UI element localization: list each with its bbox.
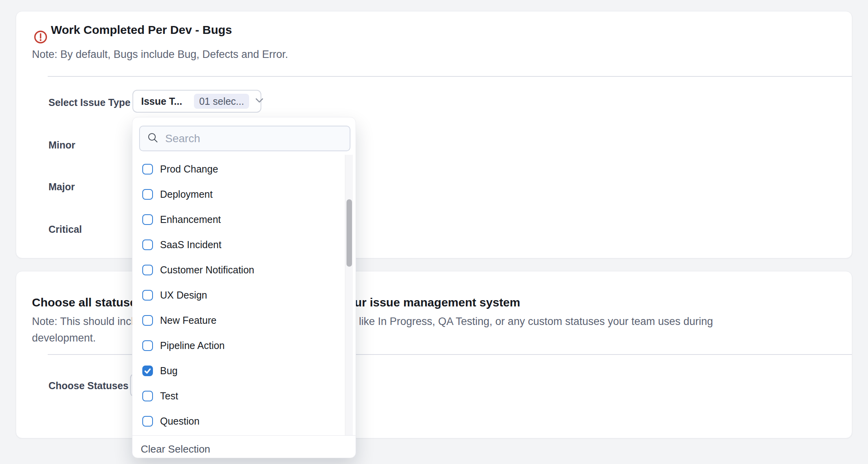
option-checkbox[interactable]: [142, 391, 153, 401]
list-scrollbar-track[interactable]: [345, 155, 353, 435]
option-label: Prod Change: [160, 163, 218, 175]
option-checkbox[interactable]: [142, 265, 153, 275]
choose-statuses-label: Choose Statuses: [48, 380, 129, 392]
option-label: SaaS Incident: [160, 239, 222, 251]
panel-footer-divider: [132, 435, 356, 436]
list-scrollbar-thumb[interactable]: [346, 199, 352, 267]
option-label: Enhancement: [160, 214, 221, 225]
issue-type-dropdown-panel: Prod Change Deployment Enhancement SaaS …: [132, 117, 356, 458]
issue-type-option[interactable]: Question: [132, 408, 346, 434]
option-checkbox[interactable]: [142, 239, 153, 250]
card2-note-line2: development.: [32, 332, 96, 344]
select-issue-type-label: Select Issue Type: [48, 97, 130, 108]
search-input[interactable]: [165, 132, 343, 145]
option-checkbox[interactable]: [142, 416, 153, 427]
card1-note: Note: By default, Bugs include Bug, Defe…: [32, 48, 288, 61]
option-label: Bug: [160, 365, 177, 377]
option-label: Question: [160, 416, 199, 427]
card1-title: Work Completed Per Dev - Bugs: [51, 23, 232, 37]
issue-type-option[interactable]: Prod Change: [132, 156, 346, 182]
option-checkbox[interactable]: [142, 189, 153, 200]
chevron-down-icon: [255, 98, 264, 105]
dropdown-search-box: [139, 126, 350, 151]
option-checkbox[interactable]: [142, 290, 153, 301]
issue-type-option[interactable]: Pipeline Action: [132, 333, 346, 358]
clear-selection-button[interactable]: Clear Selection: [141, 443, 210, 455]
issue-type-option[interactable]: UX Design: [132, 282, 346, 308]
option-label: UX Design: [160, 290, 207, 301]
option-checkbox[interactable]: [142, 214, 153, 225]
selected-count-badge: 01 selec...: [194, 94, 249, 109]
issue-type-option[interactable]: Bug: [132, 358, 346, 383]
option-label: Pipeline Action: [160, 340, 225, 351]
minor-label: Minor: [48, 139, 75, 151]
issue-type-option[interactable]: SaaS Incident: [132, 232, 346, 257]
issue-type-list: Prod Change Deployment Enhancement SaaS …: [132, 156, 346, 435]
major-label: Major: [48, 181, 75, 193]
card1-divider: [48, 76, 852, 77]
option-checkbox[interactable]: [142, 315, 153, 326]
search-icon: [147, 132, 159, 145]
issue-type-option[interactable]: Deployment: [132, 182, 346, 207]
option-label: Test: [160, 390, 178, 402]
option-checkbox[interactable]: [142, 366, 153, 376]
settings-page: { "colors": { "accent_blue": "#2e7cd6", …: [0, 0, 868, 464]
issue-type-option[interactable]: New Feature: [132, 308, 346, 333]
option-checkbox[interactable]: [142, 164, 153, 174]
alert-circle-icon: [33, 30, 48, 46]
option-checkbox[interactable]: [142, 340, 153, 351]
issue-type-dropdown-trigger[interactable]: Issue T... 01 selec...: [132, 90, 261, 113]
option-label: New Feature: [160, 315, 216, 326]
option-label: Customer Notification: [160, 264, 254, 276]
issue-type-trigger-label: Issue T...: [141, 96, 182, 107]
issue-type-option[interactable]: Customer Notification: [132, 257, 346, 282]
critical-label: Critical: [48, 223, 82, 235]
issue-type-option[interactable]: Test: [132, 383, 346, 408]
issue-type-option[interactable]: Enhancement: [132, 207, 346, 232]
option-label: Deployment: [160, 189, 212, 200]
